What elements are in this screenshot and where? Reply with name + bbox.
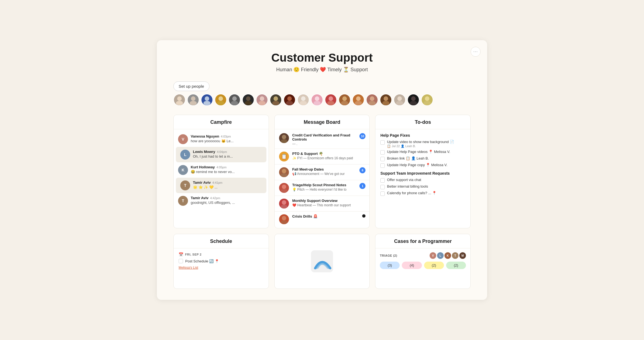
- chat-text: goodnight, US offloggers, ...: [191, 201, 264, 205]
- svg-point-18: [301, 96, 305, 101]
- svg-point-45: [281, 205, 287, 209]
- svg-point-16: [287, 96, 292, 101]
- triage-avatars: V L K T M: [430, 252, 466, 259]
- avatar: [187, 94, 199, 106]
- svg-point-22: [329, 96, 333, 101]
- schedule-date: 📅 FRI, SEP 2: [179, 252, 264, 257]
- chat-name-time: Kurt Holloway 4:05pm: [191, 165, 264, 169]
- todo-checkbox[interactable]: [380, 178, 385, 183]
- chat-name-time: Vanessa Nguyen 4:03pm: [191, 134, 264, 138]
- status-pill-blue[interactable]: (3): [380, 262, 400, 269]
- todos-content: Help Page Fixes Update video to show new…: [375, 129, 470, 201]
- todo-text: Offer support via chat: [387, 178, 465, 182]
- chat-name: Lewis Mowry: [193, 150, 215, 154]
- svg-point-3: [190, 101, 197, 105]
- chat-item[interactable]: L Lewis Mowry 4:04pm Oh, I just had to l…: [176, 147, 266, 162]
- svg-point-29: [369, 101, 375, 105]
- svg-point-9: [231, 101, 238, 105]
- chat-name: Kurt Holloway: [191, 165, 215, 169]
- melissa-link-container: Melissa's List: [179, 265, 264, 270]
- svg-point-6: [219, 96, 223, 101]
- page-title: Customer Support: [173, 51, 471, 64]
- schedule-event-text: Post Schedule 🔄 📍: [185, 259, 219, 263]
- svg-point-38: [282, 135, 286, 139]
- logo-card: [274, 234, 370, 289]
- msg-title: Credit Card Verification and Fraud Contr…: [292, 133, 365, 141]
- svg-point-8: [232, 96, 237, 101]
- avatar: [311, 94, 323, 106]
- msg-preview: 💡 Pitch — Hello everyone! I'd like to: [292, 188, 365, 191]
- avatar: [215, 94, 227, 106]
- message-item[interactable]: 📋 PTO & Support 🌴 ✨ FYI — Enormicom offe…: [275, 149, 370, 164]
- todo-checkbox[interactable]: [380, 185, 385, 189]
- avatar: [228, 94, 241, 106]
- chat-item[interactable]: T Tamir Aviv 4:42pm goodnight, US offlog…: [174, 193, 269, 209]
- todo-checkbox[interactable]: [380, 157, 385, 161]
- chat-name: Tamir Aviv: [193, 180, 211, 185]
- msg-badge: [362, 214, 365, 218]
- chat-content: Tamir Aviv 4:42pm goodnight, US offlogge…: [191, 196, 264, 205]
- cases-content: TRIAGE (2) V L K T M (3) (4) (2) (2): [375, 248, 470, 273]
- campfire-messages: V Vanessa Nguyen 4:03pm how are yoooooou…: [174, 129, 269, 211]
- chat-name: Vanessa Nguyen: [191, 134, 219, 138]
- svg-point-25: [341, 101, 348, 105]
- more-button[interactable]: ···: [471, 47, 481, 57]
- svg-point-27: [355, 101, 362, 105]
- page-subtitle: Human 🙂 Friendly ❤️ Timely ⏳ Support: [173, 67, 471, 73]
- todo-checkbox[interactable]: [380, 140, 385, 145]
- avatar: [270, 94, 282, 106]
- avatar: [394, 94, 406, 106]
- svg-point-7: [217, 101, 224, 105]
- chat-item[interactable]: K Kurt Holloway 4:05pm 😂 remind me to ne…: [174, 162, 269, 178]
- schedule-card: Schedule 📅 FRI, SEP 2 Post Schedule 🔄 📍 …: [173, 234, 269, 289]
- schedule-event-checkbox[interactable]: [179, 259, 183, 263]
- chat-item[interactable]: T Tamir Aviv 4:41pm 🌟 ⭐ ✨ 💛 ...: [176, 178, 266, 193]
- svg-point-33: [396, 101, 403, 105]
- svg-point-28: [370, 96, 374, 101]
- message-item[interactable]: Crisis Drills 🚨: [275, 212, 370, 227]
- chat-time: 4:42pm: [210, 196, 220, 200]
- schedule-title: Schedule: [179, 238, 263, 244]
- calendar-icon: 📅: [179, 252, 184, 257]
- todo-checkbox[interactable]: [380, 163, 385, 168]
- chat-item[interactable]: V Vanessa Nguyen 4:03pm how are yoooooou…: [174, 131, 269, 147]
- chat-name: Tamir Aviv: [191, 196, 209, 200]
- todo-checkbox[interactable]: [380, 150, 385, 155]
- status-pill-yellow[interactable]: (2): [424, 262, 444, 269]
- svg-point-11: [245, 101, 252, 105]
- svg-point-5: [203, 101, 210, 105]
- triage-avatar: T: [452, 252, 459, 259]
- todo-checkbox[interactable]: [380, 191, 385, 196]
- melissa-list-link[interactable]: Melissa's List: [179, 266, 198, 270]
- svg-point-36: [425, 96, 429, 101]
- message-item[interactable]: Fall Meet-up Dates 📢 Announcement — We'v…: [275, 164, 370, 180]
- msg-avatar: [279, 167, 289, 177]
- cases-title: Cases for a Programmer: [381, 238, 465, 244]
- set-up-people-button[interactable]: Set up people: [173, 81, 209, 91]
- todo-item: Update Help Page copy 📍 Melissa V.: [380, 163, 465, 168]
- message-item[interactable]: Monthly Support Overview ❤️ Heartbeat — …: [275, 196, 370, 212]
- msg-content: Crisis Drills 🚨: [292, 214, 365, 219]
- msg-avatar: [279, 133, 289, 143]
- todos-title: To-dos: [381, 119, 465, 125]
- status-pill-pink[interactable]: (4): [402, 262, 422, 269]
- msg-title: Triage/Help Scout Pinned Notes: [292, 183, 365, 187]
- chat-name-time: Tamir Aviv 4:41pm: [193, 180, 262, 185]
- todo-item: Offer support via chat: [380, 178, 465, 183]
- triage-avatar: M: [459, 252, 466, 259]
- msg-title: Crisis Drills 🚨: [292, 214, 365, 218]
- status-pill-green[interactable]: (2): [446, 262, 466, 269]
- todo-section-title: Help Page Fixes: [380, 133, 465, 138]
- svg-point-26: [356, 96, 361, 101]
- schedule-content: 📅 FRI, SEP 2 Post Schedule 🔄 📍 Melissa's…: [174, 248, 269, 274]
- chat-text: 😂 remind me to never vo...: [191, 170, 264, 174]
- message-item[interactable]: Triage/Help Scout Pinned Notes 💡 Pitch —…: [275, 180, 370, 196]
- message-item[interactable]: Credit Card Verification and Fraud Contr…: [275, 130, 370, 149]
- svg-point-4: [205, 96, 209, 101]
- msg-preview: — .: [292, 142, 365, 146]
- cases-card: Cases for a Programmer TRIAGE (2) V L K …: [375, 234, 471, 289]
- chat-avatar: T: [178, 196, 188, 206]
- svg-point-2: [191, 96, 195, 101]
- message-board-card: Message Board Credit Card Verification a…: [274, 115, 370, 228]
- svg-point-37: [424, 101, 430, 105]
